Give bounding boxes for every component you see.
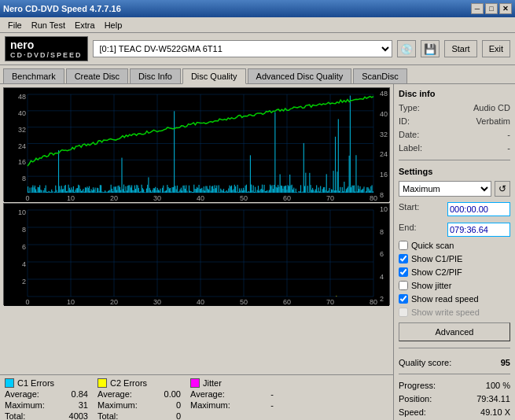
save-icon-button[interactable]: 💾 bbox=[421, 40, 440, 57]
c2-header: C2 Errors bbox=[97, 378, 184, 388]
disc-date-row: Date: - bbox=[399, 130, 510, 139]
minimize-button[interactable]: ─ bbox=[471, 3, 484, 14]
quality-score-label: Quality score: bbox=[399, 358, 451, 367]
logo-sub: CD·DVD/SPEED bbox=[10, 51, 83, 59]
start-button[interactable]: Start bbox=[444, 40, 476, 57]
speed-settings-row: Maximum ↺ bbox=[399, 181, 510, 197]
disc-label-row: Label: - bbox=[399, 143, 510, 153]
show-jitter-checkbox[interactable] bbox=[399, 281, 408, 290]
jitter-header: Jitter bbox=[190, 378, 277, 388]
chart-bottom: 10 8 6 4 2 bbox=[3, 203, 390, 305]
c1-max-row: Maximum: 31 bbox=[5, 400, 91, 410]
speed-select[interactable]: Maximum bbox=[399, 181, 491, 197]
tab-disc-info[interactable]: Disc Info bbox=[130, 68, 181, 83]
settings-title: Settings bbox=[399, 167, 510, 176]
quick-scan-checkbox[interactable] bbox=[399, 241, 408, 250]
c2-avg-value: 0.00 bbox=[164, 389, 181, 399]
tabs: Benchmark Create Disc Disc Info Disc Qua… bbox=[0, 65, 515, 83]
c1-total-row: Total: 4003 bbox=[5, 411, 91, 420]
tab-benchmark[interactable]: Benchmark bbox=[3, 68, 64, 83]
jitter-color-indicator bbox=[190, 378, 200, 388]
c1-errors-group: C1 Errors Average: 0.84 Maximum: 31 Tota… bbox=[5, 378, 91, 420]
c1-max-value: 31 bbox=[79, 400, 88, 410]
menu-file[interactable]: File bbox=[3, 19, 27, 31]
maximize-button[interactable]: □ bbox=[485, 3, 498, 14]
start-time-row: Start: bbox=[399, 202, 510, 216]
chart-top: 48 40 32 24 16 8 bbox=[3, 87, 390, 201]
c1-header: C1 Errors bbox=[5, 378, 91, 388]
divider-1 bbox=[399, 160, 510, 160]
jitter-avg-label: Average: bbox=[190, 389, 225, 399]
charts-area: 48 40 32 24 16 8 10 8 6 4 2 bbox=[0, 84, 393, 374]
disc-type-value: Audio CD bbox=[473, 103, 510, 112]
tab-create-disc[interactable]: Create Disc bbox=[66, 68, 128, 83]
disc-type-label: Type: bbox=[399, 103, 420, 112]
disc-date-label: Date: bbox=[399, 130, 419, 139]
end-time-input[interactable] bbox=[447, 223, 510, 237]
disc-label-value: - bbox=[507, 143, 510, 153]
end-time-label: End: bbox=[399, 223, 417, 237]
menu-run-test[interactable]: Run Test bbox=[27, 19, 70, 31]
drive-select[interactable]: [0:1] TEAC DV-W522GMA 6T11 bbox=[93, 40, 393, 57]
start-time-input[interactable] bbox=[447, 202, 510, 216]
start-time-label: Start: bbox=[399, 202, 419, 216]
logo: nero CD·DVD/SPEED bbox=[5, 36, 88, 61]
show-read-speed-checkbox[interactable] bbox=[399, 294, 408, 304]
show-jitter-label: Show jitter bbox=[411, 281, 451, 290]
main-content: 48 40 32 24 16 8 10 8 6 4 2 bbox=[0, 83, 515, 420]
show-jitter-row: Show jitter bbox=[399, 281, 510, 290]
window-title: Nero CD-DVD Speed 4.7.7.16 bbox=[3, 4, 121, 13]
jitter-max-label: Maximum: bbox=[190, 400, 230, 410]
jitter-label: Jitter bbox=[203, 378, 222, 388]
show-c2-pif-checkbox[interactable] bbox=[399, 267, 408, 277]
menu-help[interactable]: Help bbox=[100, 19, 127, 31]
stats-area: C1 Errors Average: 0.84 Maximum: 31 Tota… bbox=[0, 374, 393, 420]
c2-max-row: Maximum: 0 bbox=[97, 400, 184, 410]
show-c1-pie-checkbox[interactable] bbox=[399, 254, 408, 263]
disc-label-label: Label: bbox=[399, 143, 422, 153]
tab-advanced-disc-quality[interactable]: Advanced Disc Quality bbox=[248, 68, 352, 83]
close-button[interactable]: ✕ bbox=[499, 3, 512, 14]
disc-type-row: Type: Audio CD bbox=[399, 103, 510, 112]
divider-2 bbox=[399, 348, 510, 348]
jitter-max-value: - bbox=[270, 400, 274, 410]
tab-scan-disc[interactable]: ScanDisc bbox=[353, 68, 406, 83]
position-row: Position: 79:34.11 bbox=[399, 394, 510, 403]
disc-id-value: Verbatim bbox=[476, 116, 510, 126]
show-write-speed-checkbox[interactable] bbox=[399, 308, 408, 317]
c2-total-value: 0 bbox=[176, 411, 181, 420]
c1-avg-label: Average: bbox=[5, 389, 39, 399]
show-c1-pie-row: Show C1/PIE bbox=[399, 254, 510, 263]
c2-max-label: Maximum: bbox=[97, 400, 138, 410]
refresh-button[interactable]: ↺ bbox=[495, 181, 510, 197]
show-read-speed-row: Show read speed bbox=[399, 294, 510, 304]
quality-score-row: Quality score: 95 bbox=[399, 358, 510, 367]
left-panel: 48 40 32 24 16 8 10 8 6 4 2 bbox=[0, 84, 393, 420]
menu-bar: File Run Test Extra Help bbox=[0, 17, 515, 33]
jitter-average-row: Average: - bbox=[190, 389, 277, 399]
c2-color-indicator bbox=[97, 378, 107, 388]
jitter-avg-value: - bbox=[270, 389, 274, 399]
c1-total-value: 4003 bbox=[69, 411, 88, 420]
advanced-button[interactable]: Advanced bbox=[399, 322, 510, 341]
window-controls: ─ □ ✕ bbox=[471, 3, 512, 14]
divider-3 bbox=[399, 374, 510, 374]
quality-score-value: 95 bbox=[501, 358, 510, 367]
jitter-max-row: Maximum: - bbox=[190, 400, 277, 410]
progress-row: Progress: 100 % bbox=[399, 381, 510, 390]
position-label: Position: bbox=[399, 394, 432, 403]
disc-icon-button[interactable]: 💿 bbox=[397, 40, 416, 57]
menu-extra[interactable]: Extra bbox=[70, 19, 100, 31]
progress-label: Progress: bbox=[399, 381, 436, 390]
progress-value: 100 % bbox=[486, 381, 510, 390]
c1-label: C1 Errors bbox=[17, 378, 54, 388]
show-read-speed-label: Show read speed bbox=[411, 294, 479, 304]
c1-color-indicator bbox=[5, 378, 14, 388]
show-write-speed-row: Show write speed bbox=[399, 308, 510, 317]
show-write-speed-label: Show write speed bbox=[411, 308, 480, 317]
exit-button[interactable]: Exit bbox=[482, 40, 510, 57]
tab-disc-quality[interactable]: Disc Quality bbox=[182, 68, 246, 84]
title-bar: Nero CD-DVD Speed 4.7.7.16 ─ □ ✕ bbox=[0, 0, 515, 17]
quick-scan-row: Quick scan bbox=[399, 241, 510, 250]
header: nero CD·DVD/SPEED [0:1] TEAC DV-W522GMA … bbox=[0, 33, 515, 65]
